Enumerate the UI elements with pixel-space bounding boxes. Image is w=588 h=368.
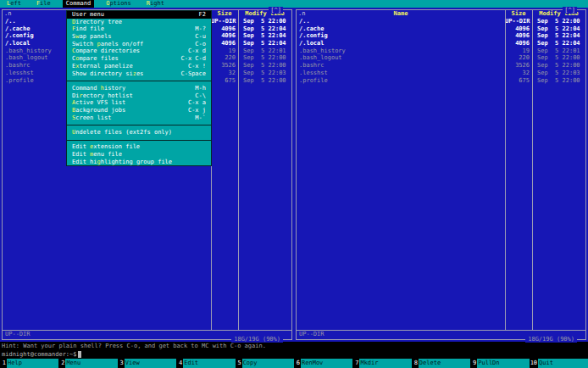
- menu-item-show-directory-sizes[interactable]: Show directory sizes C-Space: [67, 70, 211, 78]
- menu-item-undelete-files-ext2fs-only-[interactable]: Undelete files (ext2fs only): [67, 129, 211, 137]
- menu-item-shortcut: M-?: [195, 25, 206, 33]
- file-mtime: Sep 5 22:04: [532, 40, 585, 47]
- file-mtime: Sep 5 22:00: [238, 54, 291, 62]
- menu-item-active-vfs-list[interactable]: Active VFS list C-x a: [67, 99, 211, 107]
- menu-item-background-jobs[interactable]: Background jobs C-x j: [67, 107, 211, 114]
- function-key-label: Delete: [419, 359, 470, 368]
- column-header-mtime[interactable]: Modify time: [238, 10, 291, 18]
- file-row[interactable]: .bash_logout 220 Sep 5 22:00: [297, 54, 585, 62]
- menu-item-label: Find file: [72, 25, 104, 33]
- menubar-item-options[interactable]: Options: [103, 0, 135, 8]
- sort-indicator: .n: [298, 10, 305, 18]
- file-size: 220: [211, 54, 238, 62]
- file-mtime: Sep 5 22:04: [238, 25, 291, 33]
- menu-item-directory-hotlist[interactable]: Directory hotlist C-\: [67, 92, 211, 100]
- function-key-number: 8: [412, 359, 419, 368]
- menubar-item-file[interactable]: File: [33, 0, 54, 8]
- menu-item-compare-files[interactable]: Compare files C-x C-d: [67, 55, 211, 63]
- menu-item-edit-extension-file[interactable]: Edit extension file: [67, 143, 211, 151]
- file-mtime: Sep 5 22:00: [532, 54, 585, 62]
- menu-item-find-file[interactable]: Find file M-?: [67, 25, 211, 33]
- panel-history-button[interactable]: [^]: [563, 7, 577, 14]
- menu-item-compare-directories[interactable]: Compare directories C-x d: [67, 47, 211, 55]
- file-row[interactable]: .bash_history 19 Sep 5 22:01: [297, 47, 585, 55]
- menu-item-label: Edit menu file: [72, 151, 122, 159]
- menu-item-external-panelize[interactable]: External panelize C-x !: [67, 63, 211, 70]
- column-header-size[interactable]: Size: [505, 10, 532, 18]
- file-size: 675: [505, 77, 532, 85]
- menu-item-screen-list[interactable]: Screen list M-`: [67, 114, 211, 122]
- file-row[interactable]: /.config 4096 Sep 5 22:04: [297, 32, 585, 40]
- function-key-number: 1: [0, 359, 7, 368]
- file-mtime: Sep 5 22:00: [238, 62, 291, 70]
- menu-item-label: Edit highlighting group file: [72, 159, 172, 166]
- function-key-number: 5: [236, 359, 242, 368]
- fkey-pulldn[interactable]: 9 PullDn: [470, 359, 529, 368]
- file-mtime: Sep 5 22:04: [532, 25, 585, 33]
- menu-separator: [67, 121, 211, 129]
- right-panel: [^] .nName Size Modify time /.. UP--DIR …: [294, 8, 588, 342]
- command-menu: User menu F2 Directory tree Find file M-…: [66, 10, 212, 166]
- file-row[interactable]: .bashrc 3526 Sep 5 22:00: [297, 62, 585, 70]
- fkey-edit[interactable]: 4 Edit: [176, 359, 235, 368]
- fkey-copy[interactable]: 5 Copy: [236, 359, 294, 368]
- function-key-label: PullDn: [477, 359, 529, 368]
- file-name: .profile: [297, 77, 505, 85]
- command-prompt[interactable]: midnight@commander:~$: [0, 350, 588, 359]
- file-size: 4096: [505, 32, 532, 40]
- file-mtime: Sep 5 22:04: [238, 32, 291, 40]
- function-key-number: 10: [530, 359, 538, 368]
- menubar-item-label: ptions: [109, 0, 130, 7]
- fkey-renmov[interactable]: 6 RenMov: [294, 359, 352, 368]
- menu-item-edit-highlighting-group-file[interactable]: Edit highlighting group file: [67, 159, 211, 166]
- menu-item-label: Command history: [72, 85, 125, 92]
- file-mtime: Sep 5 22:00: [532, 62, 585, 70]
- menu-item-edit-menu-file[interactable]: Edit menu file: [67, 151, 211, 159]
- menu-item-label: Screen list: [72, 114, 111, 122]
- menu-item-directory-tree[interactable]: Directory tree: [67, 19, 211, 26]
- file-row[interactable]: /.local 4096 Sep 5 22:04: [297, 40, 585, 47]
- disk-usage: 18G/19G (90%): [525, 336, 577, 343]
- menu-item-shortcut: C-u: [195, 33, 206, 41]
- menu-item-switch-panels-on-off[interactable]: Switch panels on/off C-o: [67, 41, 211, 48]
- column-header-name[interactable]: .nName: [297, 10, 505, 18]
- column-separator: [505, 10, 506, 330]
- menu-item-label: Edit extension file: [72, 143, 140, 151]
- file-name: .bashrc: [297, 62, 505, 70]
- menubar-item-left[interactable]: Left: [3, 0, 25, 8]
- fkey-view[interactable]: 3 View: [118, 359, 176, 368]
- menu-item-swap-panels[interactable]: Swap panels C-u: [67, 33, 211, 41]
- file-size: 4096: [505, 40, 532, 47]
- column-header-size[interactable]: Size: [211, 10, 238, 18]
- sort-indicator: .n: [4, 10, 11, 18]
- file-mtime: Sep 5 22:00: [532, 18, 585, 25]
- fkey-delete[interactable]: 8 Delete: [412, 359, 470, 368]
- menu-item-label: Swap panels: [72, 33, 111, 41]
- menubar-item-right[interactable]: Right: [143, 0, 168, 8]
- menubar-item-label: ight: [150, 0, 164, 7]
- fkey-help[interactable]: 1 Help: [0, 359, 58, 368]
- function-key-number: 9: [470, 359, 477, 368]
- menu-item-command-history[interactable]: Command history M-h: [67, 85, 211, 92]
- menu-item-shortcut: C-x a: [188, 99, 206, 107]
- file-row[interactable]: .lesshst 32 Sep 5 22:03: [297, 70, 585, 77]
- panel-history-button[interactable]: [^]: [269, 7, 283, 14]
- menu-item-label: User menu: [72, 11, 104, 19]
- file-mtime: Sep 5 22:03: [238, 70, 291, 77]
- file-row[interactable]: /.cache 4096 Sep 5 22:04: [297, 25, 585, 33]
- menu-separator: [67, 137, 211, 144]
- menu-separator: [67, 77, 211, 85]
- function-key-label: Quit: [538, 359, 588, 368]
- function-key-number: 4: [176, 359, 183, 368]
- file-row[interactable]: /.. UP--DIR Sep 5 22:00: [297, 18, 585, 25]
- file-name: /..: [297, 18, 505, 25]
- fkey-quit[interactable]: 10 Quit: [530, 359, 588, 368]
- menubar-item-command[interactable]: Command: [63, 0, 95, 8]
- function-key-label: Copy: [242, 359, 294, 368]
- menu-item-shortcut: C-x C-d: [180, 55, 206, 63]
- fkey-mkdir[interactable]: 7 Mkdir: [352, 359, 411, 368]
- fkey-menu[interactable]: 2 Menu: [58, 359, 117, 368]
- menu-item-user-menu[interactable]: User menu F2: [67, 11, 211, 19]
- file-row[interactable]: .profile 675 Sep 5 22:00: [297, 77, 585, 85]
- column-header-mtime[interactable]: Modify time: [532, 10, 585, 18]
